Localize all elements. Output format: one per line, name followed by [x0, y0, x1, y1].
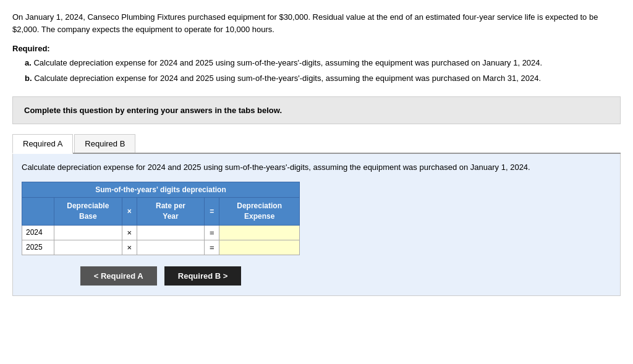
header-base: DepreciableBase	[54, 198, 122, 226]
tab-description: Calculate depreciation expense for 2024 …	[22, 161, 611, 174]
result-2025-input[interactable]	[222, 242, 297, 253]
item-a-letter: a.	[25, 58, 32, 67]
required-items: a. Calculate depreciation expense for 20…	[25, 57, 621, 85]
year-2025: 2025	[22, 240, 54, 255]
tab-required-b[interactable]: Required B	[74, 134, 135, 153]
header-year	[22, 198, 54, 226]
year-2024: 2024	[22, 225, 54, 240]
depreciation-table: Sum-of-the-years' digits depreciation De…	[22, 182, 300, 255]
header-equals: =	[205, 198, 219, 226]
tabs-row: Required A Required B	[12, 134, 621, 154]
required-b-button[interactable]: Required B >	[164, 266, 242, 286]
instruction-text: Complete this question by entering your …	[24, 106, 282, 115]
result-2024-cell[interactable]	[219, 225, 300, 240]
rate-2024-cell[interactable]	[137, 225, 205, 240]
tab-required-a[interactable]: Required A	[12, 134, 73, 154]
equals-2025: =	[205, 240, 219, 255]
mult-2024: ×	[122, 225, 137, 240]
table-title: Sum-of-the-years' digits depreciation	[22, 182, 300, 198]
header-expense: DepreciationExpense	[219, 198, 300, 226]
required-item-a: a. Calculate depreciation expense for 20…	[25, 57, 621, 70]
mult-2025: ×	[122, 240, 137, 255]
rate-2024-input[interactable]	[140, 227, 202, 238]
item-a-text: Calculate depreciation expense for 2024 …	[33, 58, 542, 67]
result-2025-cell[interactable]	[219, 240, 300, 255]
base-2024-input[interactable]	[57, 227, 119, 238]
required-item-b: b. Calculate depreciation expense for 20…	[25, 72, 621, 85]
rate-2025-input[interactable]	[140, 242, 202, 253]
table-row: 2024 × =	[22, 225, 300, 240]
table-row: 2025 × =	[22, 240, 300, 255]
base-2024-cell[interactable]	[54, 225, 122, 240]
depreciation-table-wrapper: Sum-of-the-years' digits depreciation De…	[22, 182, 611, 286]
buttons-row: < Required A Required B >	[22, 266, 300, 286]
header-rate: Rate perYear	[137, 198, 205, 226]
base-2025-cell[interactable]	[54, 240, 122, 255]
item-b-letter: b.	[25, 74, 32, 83]
item-b-text: Calculate depreciation expense for 2024 …	[34, 74, 541, 83]
header-mult: ×	[122, 198, 137, 226]
rate-2025-cell[interactable]	[137, 240, 205, 255]
intro-text: On January 1, 2024, Canseco Plumbing Fix…	[12, 11, 621, 35]
required-label: Required:	[12, 44, 621, 53]
base-2025-input[interactable]	[57, 242, 119, 253]
equals-2024: =	[205, 225, 219, 240]
required-a-button[interactable]: < Required A	[80, 266, 157, 286]
tab-content: Calculate depreciation expense for 2024 …	[12, 154, 621, 296]
instruction-box: Complete this question by entering your …	[12, 96, 621, 124]
result-2024-input[interactable]	[222, 227, 297, 238]
